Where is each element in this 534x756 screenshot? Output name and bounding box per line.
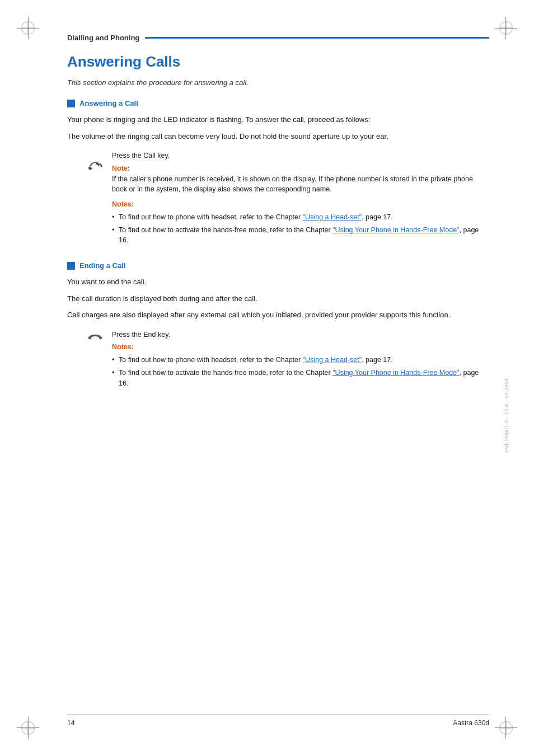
answering-call-note-2: To find out how to activate the hands-fr… (112, 225, 489, 246)
corner-circle-bl (21, 721, 35, 735)
answering-call-instruction-content: Press the Call key. Note: If the caller'… (112, 151, 489, 248)
answering-call-instruction-row: Press the Call key. Note: If the caller'… (78, 151, 489, 248)
answering-call-note-2-text: To find out how to activate the hands-fr… (119, 226, 332, 234)
answering-call-heading-row: Answering a Call (67, 99, 489, 107)
answering-call-note-label: Note: (112, 163, 489, 174)
footer-brand: Aastra 630d (453, 719, 489, 727)
corner-circle-br (499, 721, 513, 735)
answering-call-note-text: If the caller's phone number is received… (112, 174, 489, 195)
page-title: Answering Calls (67, 53, 489, 71)
ending-call-para3: Call charges are also displayed after an… (67, 309, 489, 321)
answering-call-instruction-text: Press the Call key. (112, 151, 489, 161)
section-header-line (145, 37, 489, 39)
end-phone-icon (85, 332, 105, 345)
section-header: Dialling and Phoning (67, 34, 489, 42)
ending-call-note-1-link[interactable]: "Using a Head-set" (303, 356, 362, 364)
answering-call-heading: Answering a Call (79, 99, 138, 107)
answering-call-note-1-text: To find out how to phone with headset, r… (119, 213, 303, 221)
answering-call-section: Answering a Call Your phone is ringing a… (67, 99, 489, 248)
ending-call-note-2: To find out how to activate the hands-fr… (112, 368, 489, 389)
ending-call-para2: The call duration is displayed both duri… (67, 293, 489, 304)
ending-call-section: Ending a Call You want to end the call. … (67, 261, 489, 391)
answering-call-notes-label: Notes: (112, 199, 489, 210)
side-label: esd-1095/1.0 - 17.8 - 07.2009 (504, 378, 509, 453)
ending-heading-square-icon (67, 262, 75, 270)
answering-call-note-1-link[interactable]: "Using a Head-set" (303, 213, 362, 221)
ending-call-heading: Ending a Call (79, 261, 125, 270)
ending-call-note-1-after: , page 17. (362, 356, 393, 364)
section-header-title: Dialling and Phoning (67, 34, 139, 42)
answering-call-notes-list: To find out how to phone with headset, r… (112, 212, 489, 246)
ending-call-heading-row: Ending a Call (67, 261, 489, 270)
ending-call-notes-list: To find out how to phone with headset, r… (112, 355, 489, 388)
answering-call-note-2-link[interactable]: "Using Your Phone in Hands-Free Mode" (332, 226, 459, 234)
answering-call-note-1-after: , page 17. (362, 213, 393, 221)
ending-call-instruction-text: Press the End key. (112, 330, 489, 340)
ending-call-instruction-row: Press the End key. Notes: To find out ho… (78, 330, 489, 391)
answering-call-note-1: To find out how to phone with headset, r… (112, 212, 489, 223)
footer: 14 Aastra 630d (67, 714, 489, 727)
footer-page-number: 14 (67, 719, 74, 727)
ending-call-instruction-content: Press the End key. Notes: To find out ho… (112, 330, 489, 391)
ending-call-note-2-text: To find out how to activate the hands-fr… (119, 369, 332, 377)
ending-call-para1: You want to end the call. (67, 276, 489, 288)
answering-call-para2: The volume of the ringing call can becom… (67, 131, 489, 142)
ending-call-notes-label: Notes: (112, 342, 489, 353)
intro-text: This section explains the procedure for … (67, 78, 489, 87)
answer-phone-icon (85, 153, 105, 173)
ending-call-note-1: To find out how to phone with headset, r… (112, 355, 489, 365)
ending-call-note-1-text: To find out how to phone with headset, r… (119, 356, 303, 364)
call-key-icon-area (78, 151, 112, 173)
ending-call-note-2-link[interactable]: "Using Your Phone in Hands-Free Mode" (332, 369, 459, 377)
answering-call-para1: Your phone is ringing and the LED indica… (67, 114, 489, 125)
corner-circle-tr (499, 21, 513, 35)
heading-square-icon (67, 100, 75, 107)
corner-circle-tl (21, 21, 35, 35)
end-key-icon-area (78, 330, 112, 345)
